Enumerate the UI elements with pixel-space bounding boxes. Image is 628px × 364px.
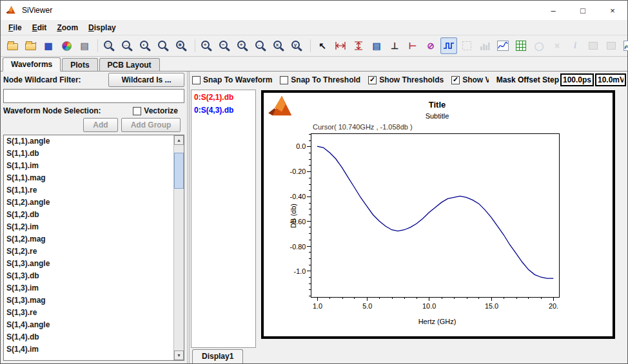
waveform-list-item[interactable]: 0:S(4,3).db (191, 103, 255, 116)
pan-button[interactable]: ↖ (314, 37, 331, 54)
threshold-button[interactable]: ⊥ (386, 37, 403, 54)
vertical-cursors-button[interactable] (350, 37, 367, 54)
cursor-readout: Cursor( 10.740GHz , -1.058db ) (313, 123, 413, 131)
checkbox-label: Show Thresholds (379, 75, 444, 84)
zoom-x-axis-button[interactable]: x (271, 37, 288, 54)
open-file-icon (7, 43, 18, 50)
plot-manager-icon: ▦ (44, 41, 52, 50)
node-list-item[interactable]: S(1,1).mag (4, 172, 173, 184)
clear-markers-icon: ⊘ (427, 41, 435, 50)
menu-bar: FileEditZoomDisplay (1, 20, 627, 35)
zoom-out-button[interactable]: − (217, 37, 233, 54)
zoom-previous-button[interactable]: ← (253, 37, 270, 54)
zoom-y-axis-button[interactable]: y (289, 37, 306, 54)
node-list-item[interactable]: S(1,2).angle (4, 196, 173, 209)
show-viol-checkbox[interactable]: ✓Show Viol (451, 75, 489, 84)
mask-offset-voltage-input[interactable] (595, 73, 626, 86)
zoom-in-button[interactable]: + (199, 37, 215, 54)
import-data-button[interactable] (22, 37, 39, 54)
snap-to-waveform-checkbox[interactable]: Snap To Waveform (192, 75, 272, 84)
export-plot-button[interactable] (621, 37, 628, 54)
checkbox-label: Snap To Threshold (291, 75, 360, 84)
measurement-report-button[interactable]: ▤ (368, 37, 385, 54)
node-list-scrollbar[interactable]: ▲ ▼ (173, 135, 184, 360)
mask-offset-cluster: Mask Offset Step (496, 73, 626, 86)
main-tabs: WaveformsPlotsPCB Layout (1, 57, 627, 72)
node-list-item[interactable]: S(1,2).re (4, 245, 173, 258)
node-list-item[interactable]: S(1,3).angle (4, 258, 173, 270)
info-icon: i (574, 41, 576, 50)
zoom-fit-button[interactable]: ↔ (119, 37, 136, 54)
node-list-item[interactable]: S(1,3).re (4, 307, 173, 319)
plot-frame: 1.05.010.015.020.0.0-0.20-0.40-0.60-0.80… (261, 90, 615, 339)
waveform-list-item[interactable]: 0:S(2,1).db (191, 90, 255, 103)
menu-edit[interactable]: Edit (27, 21, 52, 34)
node-list-item[interactable]: S(1,4).db (4, 331, 173, 343)
zoom-page-button[interactable]: □ (101, 37, 118, 54)
eye-diagram-icon: ◯ (535, 42, 544, 50)
zoom-xy-button[interactable]: ∗ (173, 37, 190, 54)
waveform-plot-button[interactable] (495, 37, 511, 54)
maximize-button[interactable]: □ (568, 1, 598, 20)
window-controls: –□× (538, 1, 627, 20)
minimize-button[interactable]: – (538, 1, 568, 20)
node-list-item[interactable]: S(1,3).mag (4, 294, 173, 307)
measurement-report-icon: ▤ (372, 41, 380, 50)
scrollbar-track[interactable] (174, 145, 184, 350)
show-waveforms-button[interactable] (440, 37, 457, 54)
node-list-item[interactable]: S(1,3).im (4, 282, 173, 294)
left-panel: Node Wildcard Filter: Wildcard Is ... Wa… (1, 72, 187, 363)
window-title: SiViewer (22, 6, 538, 15)
overlay-mode-icon (462, 41, 472, 51)
color-map-button[interactable] (58, 37, 75, 54)
zoom-in-x-icon: + (237, 41, 246, 49)
node-list-item[interactable]: S(1,2).im (4, 221, 173, 233)
scrollbar-thumb[interactable] (174, 153, 184, 189)
zoom-in-x-button[interactable]: + (235, 37, 251, 54)
zoom-cursor-button[interactable] (155, 37, 172, 54)
mask-offset-time-input[interactable] (560, 73, 594, 86)
tab-plots[interactable]: Plots (62, 58, 97, 71)
menu-file[interactable]: File (3, 21, 27, 34)
svg-text:0.0: 0.0 (296, 142, 306, 150)
node-list-item[interactable]: S(1,1).angle (4, 135, 173, 148)
node-list-item[interactable]: S(1,2).mag (4, 233, 173, 245)
close-button[interactable]: × (598, 1, 627, 20)
clear-markers-button[interactable]: ⊘ (422, 37, 439, 54)
wildcard-filter-input[interactable] (3, 89, 184, 103)
node-list-item[interactable]: S(1,1).db (4, 148, 173, 160)
show-waveforms-icon (443, 41, 455, 51)
add-button: Add (83, 118, 118, 132)
scroll-down-button[interactable]: ▼ (174, 350, 184, 360)
svg-text:-1.0: -1.0 (294, 267, 306, 275)
zoom-x-axis-icon: x (273, 41, 282, 49)
node-list-item[interactable]: S(1,4).im (4, 343, 173, 356)
display-tab-display1[interactable]: Display1 (192, 349, 243, 363)
threshold-icon: ⊥ (391, 41, 398, 50)
node-list-item[interactable]: S(1,1).re (4, 184, 173, 196)
horizontal-cursors-button[interactable] (332, 37, 349, 54)
show-thresholds-checkbox[interactable]: ✓Show Thresholds (368, 75, 444, 84)
tab-waveforms[interactable]: Waveforms (3, 57, 61, 72)
node-list-item[interactable]: S(1,4).angle (4, 319, 173, 331)
menu-display[interactable]: Display (83, 21, 121, 34)
vectorize-checkbox[interactable]: Vectorize (133, 106, 178, 115)
tab-pcb-layout[interactable]: PCB Layout (99, 58, 160, 71)
open-file-button[interactable] (4, 37, 21, 54)
print-button[interactable]: ▤ (76, 37, 93, 54)
checkbox-label: Show Viol (462, 75, 489, 84)
grid-display-button[interactable] (513, 37, 529, 54)
plot-manager-button[interactable]: ▦ (40, 37, 57, 54)
node-list-item[interactable]: S(1,3).db (4, 270, 173, 282)
zoom-window-icon: ▪ (140, 41, 148, 49)
node-list-item[interactable]: S(1,2).db (4, 209, 173, 221)
node-list-item[interactable]: S(1,1).im (4, 160, 173, 172)
scroll-up-button[interactable]: ▲ (174, 135, 184, 145)
matlab-logo-icon (6, 5, 17, 15)
menu-zoom[interactable]: Zoom (52, 21, 83, 34)
add-marker-button[interactable]: ⊢ (404, 37, 421, 54)
vectorize-label: Vectorize (144, 106, 178, 115)
zoom-window-button[interactable]: ▪ (137, 37, 154, 54)
snap-to-threshold-checkbox[interactable]: Snap To Threshold (280, 75, 360, 84)
wildcard-is-button[interactable]: Wildcard Is ... (108, 73, 184, 87)
